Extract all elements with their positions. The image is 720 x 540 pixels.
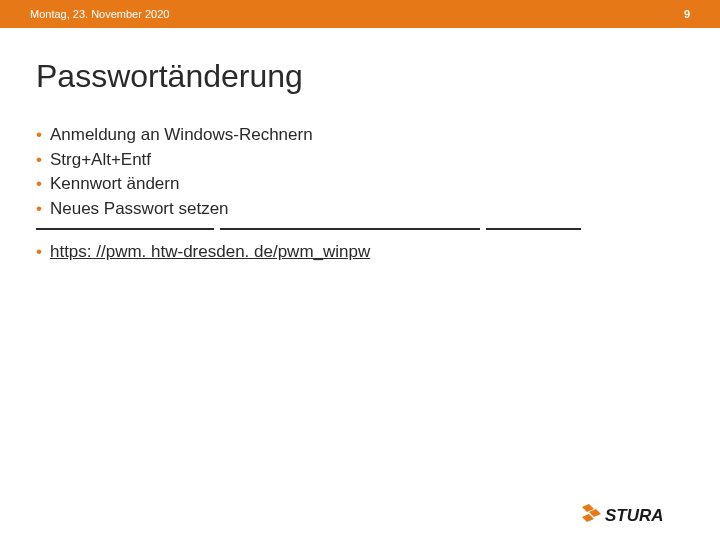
list-item: • Anmeldung an Windows-Rechnern: [36, 123, 684, 148]
bullet-icon: •: [36, 148, 42, 173]
list-item: • https: //pwm. htw-dresden. de/pwm_winp…: [36, 240, 684, 265]
list-item: • Neues Passwort setzen: [36, 197, 684, 222]
list-item: • Strg+Alt+Entf: [36, 148, 684, 173]
bullet-icon: •: [36, 197, 42, 222]
slide-content: Passwortänderung • Anmeldung an Windows-…: [0, 28, 720, 264]
divider: [36, 228, 684, 230]
logo-text: STURA: [605, 506, 664, 525]
slide-header: Montag, 23. November 2020 9: [0, 0, 720, 28]
password-portal-link[interactable]: https: //pwm. htw-dresden. de/pwm_winpw: [50, 240, 370, 265]
stura-logo-icon: STURA: [580, 500, 700, 528]
list-item-text: Neues Passwort setzen: [50, 197, 229, 222]
link-list: • https: //pwm. htw-dresden. de/pwm_winp…: [36, 240, 684, 265]
divider-segment: [486, 228, 581, 230]
list-item: • Kennwort ändern: [36, 172, 684, 197]
list-item-text: Strg+Alt+Entf: [50, 148, 151, 173]
divider-segment: [220, 228, 480, 230]
slide-title: Passwortänderung: [36, 58, 684, 95]
list-item-text: Anmeldung an Windows-Rechnern: [50, 123, 313, 148]
stura-logo: STURA: [580, 500, 700, 528]
bullet-icon: •: [36, 172, 42, 197]
bullet-list: • Anmeldung an Windows-Rechnern • Strg+A…: [36, 123, 684, 222]
divider-segment: [36, 228, 214, 230]
list-item-text: Kennwort ändern: [50, 172, 179, 197]
bullet-icon: •: [36, 240, 42, 265]
header-date: Montag, 23. November 2020: [30, 8, 169, 20]
bullet-icon: •: [36, 123, 42, 148]
header-page-number: 9: [684, 8, 690, 20]
